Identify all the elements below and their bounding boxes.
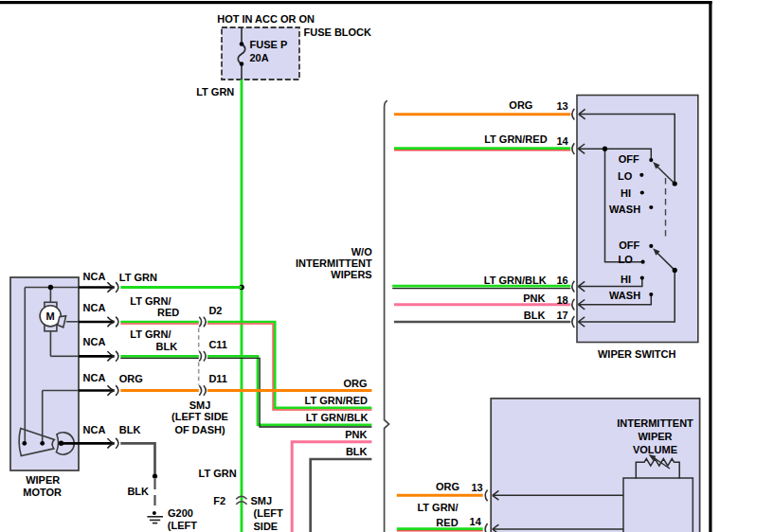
- svg-text:14: 14: [470, 516, 482, 527]
- svg-text:LT GRN: LT GRN: [196, 86, 234, 98]
- svg-text:FUSE P: FUSE P: [250, 39, 288, 50]
- svg-text:BLK: BLK: [524, 310, 546, 321]
- svg-text:ORG: ORG: [343, 378, 367, 389]
- svg-text:NCA: NCA: [83, 336, 106, 347]
- svg-text:LT GRN: LT GRN: [199, 468, 237, 479]
- svg-text:LT GRN/BLK: LT GRN/BLK: [306, 412, 369, 423]
- svg-text:LO: LO: [619, 254, 634, 265]
- svg-text:F2: F2: [213, 495, 225, 506]
- svg-text:G200: G200: [168, 507, 193, 519]
- svg-text:LT GRN/: LT GRN/: [130, 295, 171, 307]
- svg-text:VOLUME: VOLUME: [633, 444, 677, 455]
- svg-text:BLK: BLK: [119, 424, 141, 435]
- svg-text:WIPER: WIPER: [26, 474, 60, 486]
- svg-text:HI: HI: [621, 274, 631, 285]
- svg-text:MOTOR: MOTOR: [23, 487, 62, 498]
- svg-text:BLK: BLK: [127, 486, 149, 497]
- svg-text:WASH: WASH: [609, 204, 640, 215]
- svg-text:NCA: NCA: [83, 271, 106, 282]
- svg-text:LT GRN/RED: LT GRN/RED: [484, 133, 547, 145]
- svg-text:13: 13: [471, 482, 482, 493]
- svg-text:OFF: OFF: [619, 153, 639, 165]
- svg-text:(LEFT SIDE: (LEFT SIDE: [171, 411, 228, 422]
- svg-text:OFF: OFF: [619, 239, 639, 251]
- svg-text:D2: D2: [208, 305, 222, 316]
- svg-text:WIPER SWITCH: WIPER SWITCH: [598, 348, 676, 360]
- svg-text:RED: RED: [157, 307, 179, 318]
- svg-text:LT GRN/: LT GRN/: [130, 328, 171, 340]
- svg-text:(LEFT: (LEFT: [168, 520, 197, 531]
- svg-text:ORG: ORG: [436, 481, 459, 492]
- svg-text:C11: C11: [208, 339, 227, 350]
- svg-text:INTERMITTENT: INTERMITTENT: [296, 257, 372, 269]
- svg-text:SMJ: SMJ: [250, 495, 272, 506]
- svg-text:LT GRN/RED: LT GRN/RED: [305, 395, 368, 406]
- svg-text:20A: 20A: [250, 52, 269, 63]
- svg-text:ORG: ORG: [119, 373, 143, 384]
- svg-text:17: 17: [556, 310, 567, 321]
- svg-text:BLK: BLK: [346, 446, 368, 457]
- svg-text:13: 13: [556, 100, 567, 112]
- svg-text:INTERMITTENT: INTERMITTENT: [617, 417, 693, 429]
- svg-text:FUSE BLOCK: FUSE BLOCK: [304, 27, 372, 38]
- svg-text:LT GRN/: LT GRN/: [417, 502, 458, 513]
- svg-text:(LEFT: (LEFT: [254, 507, 283, 519]
- svg-text:ORG: ORG: [509, 99, 532, 111]
- svg-text:NCA: NCA: [83, 372, 106, 383]
- svg-text:SIDE: SIDE: [254, 521, 279, 532]
- svg-text:NCA: NCA: [83, 302, 106, 313]
- svg-text:BLK: BLK: [156, 341, 178, 352]
- svg-text:NCA: NCA: [83, 424, 106, 435]
- svg-text:WIPERS: WIPERS: [331, 269, 371, 280]
- svg-text:M: M: [46, 310, 55, 322]
- svg-text:14: 14: [556, 135, 568, 147]
- svg-text:WIPER: WIPER: [638, 431, 672, 442]
- svg-text:OF DASH): OF DASH): [174, 424, 225, 435]
- svg-text:SMJ: SMJ: [189, 399, 211, 411]
- svg-text:WASH: WASH: [609, 290, 640, 301]
- svg-text:D11: D11: [208, 373, 227, 384]
- svg-text:PNK: PNK: [523, 293, 545, 304]
- svg-text:18: 18: [556, 294, 567, 306]
- svg-text:16: 16: [556, 275, 567, 286]
- svg-text:HOT IN ACC OR ON: HOT IN ACC OR ON: [217, 13, 315, 25]
- svg-text:W/O: W/O: [351, 246, 372, 257]
- svg-text:RED: RED: [436, 517, 458, 528]
- svg-text:LT GRN/BLK: LT GRN/BLK: [484, 275, 547, 286]
- svg-text:LO: LO: [618, 170, 633, 182]
- svg-text:PNK: PNK: [345, 429, 367, 440]
- svg-text:LT GRN: LT GRN: [119, 272, 157, 283]
- svg-text:HI: HI: [621, 187, 631, 199]
